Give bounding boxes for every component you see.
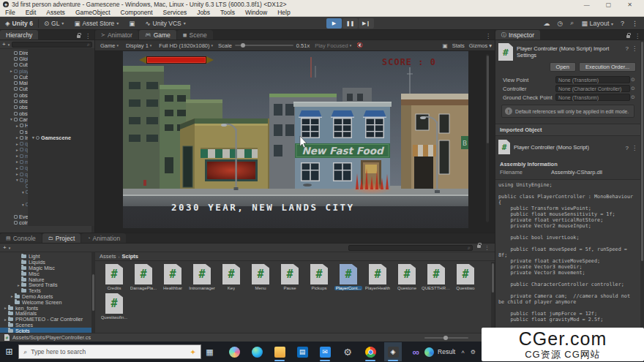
asset-item[interactable]: #DamagePla... (129, 264, 158, 290)
mute-audio-icon[interactable]: 🔇 (356, 42, 363, 48)
asset-item[interactable]: #Pause (275, 264, 304, 290)
menu-window[interactable]: Window (240, 9, 272, 16)
close-button[interactable]: ✕ (627, 1, 632, 8)
expand-arrow-icon[interactable]: ▸ (15, 154, 20, 158)
tab-scene[interactable]: ◼Scene (177, 30, 213, 39)
folder-item[interactable]: Scipts (0, 328, 94, 333)
expand-arrow-icon[interactable]: ▸ (15, 135, 20, 140)
object-reference-field[interactable]: None (Character Controller) (555, 85, 630, 92)
menu-services[interactable]: Services (158, 9, 192, 16)
camera-toggle-button[interactable]: ▣ (124, 17, 140, 29)
asset-item[interactable]: #Pickups (304, 264, 334, 290)
folder-item[interactable]: Scenes (0, 323, 94, 328)
start-button[interactable]: ⊞ (0, 347, 18, 357)
lock-icon[interactable] (626, 35, 630, 38)
tab-animator[interactable]: ≻Animator (95, 30, 138, 39)
unity-version-badge[interactable]: ◈ Unity 6 (0, 17, 38, 29)
panel-menu-icon[interactable]: ⋮ (634, 33, 640, 39)
menu-file[interactable]: File (0, 9, 20, 16)
expand-arrow-icon[interactable]: ▸ (15, 172, 20, 176)
stats-button[interactable]: Stats (452, 42, 465, 49)
gl-dropdown[interactable]: ⊙ GL ▾ (39, 17, 69, 29)
object-picker-icon[interactable]: ⊙ (630, 77, 636, 83)
expand-arrow-icon[interactable]: ▾ (9, 117, 14, 121)
menu-help[interactable]: Help (272, 9, 295, 16)
folder-item[interactable]: ▸Sword Trails (0, 282, 94, 288)
asset-item[interactable]: #Questone (392, 264, 422, 290)
context-menu-icon[interactable]: ⋮ (632, 145, 637, 151)
expand-arrow-icon[interactable]: ▸ (15, 124, 20, 128)
asset-item[interactable]: #Intromanager (187, 264, 217, 290)
thumbnail-size-slider[interactable] (424, 337, 468, 339)
expand-arrow-icon[interactable]: ▸ (9, 69, 14, 73)
expand-arrow-icon[interactable]: ▸ (15, 148, 20, 152)
open-button[interactable]: Open (550, 62, 576, 72)
folder-item[interactable]: Welcome Screen (0, 299, 94, 305)
context-menu-icon[interactable]: ⋮ (632, 45, 637, 52)
panel-menu-icon[interactable]: ⋮ (85, 33, 91, 39)
folder-item[interactable]: ▸PROMETEO - Car Controller (0, 317, 94, 323)
game-viewport[interactable]: New Fast Food (95, 51, 495, 233)
pause-button[interactable]: ❚❚ (342, 18, 358, 29)
asset-item[interactable]: #Healthbar (158, 264, 187, 290)
task-view-button[interactable]: ▦ (201, 342, 218, 361)
expand-arrow-icon[interactable]: ▾ (20, 203, 26, 207)
unity-vcs-dropdown[interactable]: ∿ Unity VCS ▾ (140, 17, 190, 29)
play-button[interactable]: ▶ (326, 18, 342, 29)
edge-icon[interactable] (248, 342, 266, 361)
object-reference-field[interactable]: None (Transform) (555, 76, 630, 83)
taskbar-search-input[interactable]: ⌕ Type here to search ✦ (18, 344, 201, 359)
help-icon[interactable]: ? (621, 20, 624, 27)
lock-icon[interactable] (77, 35, 80, 38)
asset-item[interactable]: #PlayerCont... (334, 264, 363, 290)
tab-project[interactable]: 🗀Project (42, 233, 80, 243)
copilot-icon[interactable] (225, 342, 243, 361)
asset-store-dropdown[interactable]: ▣ Asset Store ▾ (69, 17, 124, 29)
game-view-scrollbar[interactable] (486, 54, 489, 222)
asset-item[interactable]: #PlayerHealth (363, 264, 392, 290)
tab-hierarchy[interactable]: Hierarchy (0, 30, 38, 39)
asset-item[interactable]: #Questtwo (451, 264, 480, 290)
tab-animation[interactable]: ◔Animation (81, 233, 126, 243)
display-dropdown[interactable]: Display 1▾ (124, 42, 154, 49)
step-button[interactable]: ▶❙ (359, 18, 374, 29)
object-picker-icon[interactable]: ⊙ (630, 94, 636, 100)
tab-inspector[interactable]: ⓘ Inspector (495, 30, 540, 39)
panel-menu-icon[interactable]: ⋮ (485, 33, 491, 39)
asset-item[interactable]: #Key (217, 264, 246, 290)
gizmos-dropdown[interactable]: Gizmos ▾ (469, 42, 492, 49)
game-render[interactable]: New Fast Food (123, 51, 468, 228)
expand-arrow-icon[interactable]: ▾ (20, 190, 26, 195)
object-reference-field[interactable]: None (Transform) (555, 94, 630, 101)
hierarchy-search-input[interactable]: ⌕ (12, 42, 92, 48)
add-asset-button[interactable]: + (3, 244, 7, 251)
expand-arrow-icon[interactable]: ▸ (16, 283, 21, 287)
cloud-icon[interactable]: ☁ (543, 20, 550, 27)
expand-arrow-icon[interactable]: ▾ (31, 135, 36, 140)
chrome-icon[interactable] (362, 342, 379, 361)
lock-icon[interactable] (477, 245, 481, 248)
file-explorer-icon[interactable] (271, 342, 288, 361)
project-search-input[interactable]: ⌕ (348, 245, 473, 251)
expand-arrow-icon[interactable]: ▸ (15, 166, 20, 170)
overflow-menu-icon[interactable]: ⋮ (632, 20, 638, 27)
visual-studio-icon[interactable]: ∞ (407, 342, 424, 361)
expand-arrow-icon[interactable]: ▸ (15, 159, 20, 164)
expand-arrow-icon[interactable]: ▸ (3, 306, 8, 310)
menu-jobs[interactable]: Jobs (192, 9, 215, 16)
unity-editor-icon[interactable]: ◈ (384, 342, 402, 361)
folder-item[interactable]: ▸ken_fonts (0, 305, 94, 311)
hierarchy-scene-header[interactable]: ▾Gamescene⋮ (28, 49, 94, 226)
expand-arrow-icon[interactable]: ▸ (10, 294, 15, 298)
help-icon[interactable]: ? (626, 45, 629, 52)
mail-icon[interactable]: ✉ (316, 342, 334, 361)
expand-arrow-icon[interactable]: ▸ (3, 317, 8, 322)
history-icon[interactable]: ◷ (557, 20, 563, 27)
asset-grid-scrollbar[interactable] (491, 262, 495, 333)
tab-game[interactable]: 🎮Game (139, 30, 176, 39)
resolution-dropdown[interactable]: Full HD (1920x1080)▾ (157, 42, 215, 49)
expand-arrow-icon[interactable]: ▾ (15, 178, 20, 182)
maximize-button[interactable]: ▢ (606, 1, 612, 8)
folder-item[interactable]: Misc (0, 271, 94, 276)
breadcrumb-current[interactable]: Scipts (122, 253, 139, 260)
